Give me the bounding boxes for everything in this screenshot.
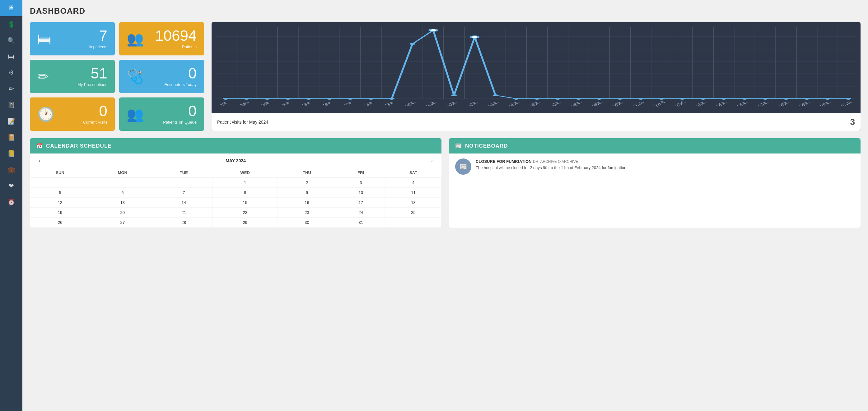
list-item[interactable]: 17 [336,198,385,208]
calendar-nav: ‹ MAY 2024 › [30,153,441,168]
inpatients-number: 7 [89,28,107,43]
list-item[interactable]: 31 [336,218,385,228]
page-title: DASHBOARD [30,6,861,16]
svg-text:6th: 6th [321,102,334,106]
list-item[interactable] [30,178,90,188]
list-item[interactable]: 28 [155,218,213,228]
list-item[interactable]: 24 [336,208,385,218]
sidebar: 🖥 💲 🔍 🛏 ⚙ ✏ 📓 📝 📔 📒 💼 ❤ ⏰ [0,0,22,411]
cal-day-sat: SAT [385,168,441,178]
edit-icon[interactable]: 📝 [0,113,22,129]
queue-info: 0 Patients on Queue [163,104,197,124]
prescription-stat-icon: ✏ [37,68,49,84]
list-item[interactable]: 20 [90,208,155,218]
svg-text:14th: 14th [486,101,501,107]
list-item[interactable] [385,218,441,228]
svg-point-53 [576,98,581,100]
list-item[interactable]: 9 [278,188,336,198]
list-item[interactable]: 12 [30,198,90,208]
monitor-icon[interactable]: 🖥 [8,4,14,12]
svg-point-38 [265,98,270,100]
list-item[interactable]: 7 [155,188,213,198]
list-item[interactable]: 1 [213,178,278,188]
list-item[interactable]: 3 [336,178,385,188]
clock2-icon[interactable]: ⏰ [0,194,22,210]
dollar-icon[interactable]: 💲 [0,16,22,32]
svg-point-45 [410,43,415,45]
svg-text:29th: 29th [797,101,812,107]
heart-icon[interactable]: ❤ [0,178,22,194]
chart-title: Patient visits for May 2024 [217,120,268,124]
list-item[interactable]: 18 [385,198,441,208]
list-item[interactable]: 25 [385,208,441,218]
notice-title-line: CLOSURE FOR FUMIGATION DR. ARCHIVE O ARC… [476,158,627,164]
patients-number: 10694 [155,28,197,43]
notice-icon: 📰 [455,158,471,175]
list-item[interactable]: 11 [385,188,441,198]
calendar-grid: SUN MON TUE WED THU FRI SAT 1 [30,168,441,228]
book-icon[interactable]: 📔 [0,129,22,145]
cal-day-fri: FRI [336,168,385,178]
svg-text:5th: 5th [300,102,313,106]
svg-text:16th: 16th [528,101,542,107]
list-item[interactable] [155,178,213,188]
svg-point-37 [244,98,249,100]
list-item[interactable]: 19 [30,208,90,218]
svg-text:18th: 18th [569,101,584,107]
list-item[interactable]: 13 [90,198,155,208]
svg-text:22nd: 22nd [651,101,667,107]
list-item[interactable]: 8 [213,188,278,198]
visits-label: Current Visits [83,120,107,124]
svg-text:10th: 10th [403,101,417,107]
calendar-next-button[interactable]: › [429,157,435,165]
patients-card[interactable]: 👥 10694 Patients [119,22,204,55]
pencil-icon[interactable]: ✏ [0,81,22,97]
list-item[interactable]: 15 [213,198,278,208]
org-icon[interactable]: ⚙ [0,64,22,81]
list-item[interactable]: 6 [90,188,155,198]
svg-text:27th: 27th [756,101,770,107]
briefcase-icon[interactable]: 💼 [0,162,22,178]
svg-text:4th: 4th [279,102,292,106]
inpatients-info: 7 In patients [89,28,107,49]
noticeboard-header: 📰 NOTICEBOARD [449,138,861,153]
book2-icon[interactable]: 📒 [0,145,22,162]
encounters-label: Encounters Today [164,82,197,87]
svg-text:12th: 12th [444,101,459,107]
svg-text:2nd: 2nd [237,101,251,107]
notice-title: CLOSURE FOR FUMIGATION [476,159,532,164]
list-item[interactable]: 26 [30,218,90,228]
calendar-section: 📅 CALENDAR SCHEDULE ‹ MAY 2024 › SUN MON… [30,138,441,228]
encounters-card[interactable]: 🩺 0 Encounters Today [119,60,204,93]
svg-point-47 [451,94,457,96]
list-item[interactable]: 23 [278,208,336,218]
calendar-header-label: CALENDAR SCHEDULE [46,143,112,149]
notice-item: 📰 CLOSURE FOR FUMIGATION DR. ARCHIVE O A… [449,153,861,180]
inpatients-card[interactable]: 🛏 7 In patients [30,22,115,55]
notebook-icon[interactable]: 📓 [0,97,22,113]
list-item[interactable]: 4 [385,178,441,188]
list-item[interactable]: 16 [278,198,336,208]
svg-point-50 [513,98,519,100]
notice-author: DR. ARCHIVE O ARCHIVE [533,159,578,164]
svg-point-66 [846,98,851,100]
prescriptions-card[interactable]: ✏ 51 My Prescriptions [30,60,115,93]
list-item[interactable]: 14 [155,198,213,208]
svg-text:3rd: 3rd [258,101,271,106]
visits-card[interactable]: 🕐 0 Current Visits [30,97,115,131]
list-item[interactable]: 22 [213,208,278,218]
list-item[interactable]: 27 [90,218,155,228]
list-item[interactable]: 29 [213,218,278,228]
queue-card[interactable]: 👥 0 Patients on Queue [119,97,204,131]
calendar-prev-button[interactable]: ‹ [36,157,42,165]
list-item[interactable]: 5 [30,188,90,198]
list-item[interactable]: 30 [278,218,336,228]
list-item[interactable]: 10 [336,188,385,198]
list-item[interactable]: 21 [155,208,213,218]
svg-text:23rd: 23rd [673,101,687,107]
bed-icon[interactable]: 🛏 [0,49,22,64]
search-icon[interactable]: 🔍 [0,32,22,49]
list-item[interactable]: 2 [278,178,336,188]
notice-content: CLOSURE FOR FUMIGATION DR. ARCHIVE O ARC… [476,158,627,170]
list-item[interactable] [90,178,155,188]
